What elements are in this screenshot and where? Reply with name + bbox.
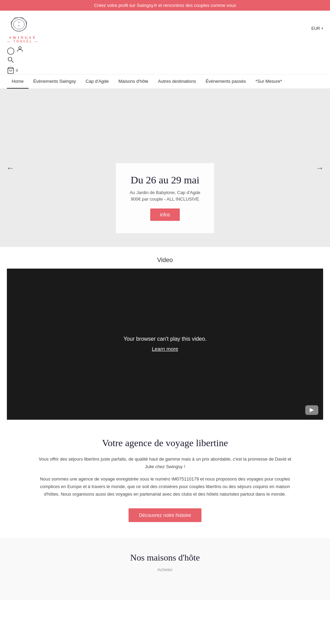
user-svg-icon [16, 45, 24, 53]
video-player: Your browser can't play this video. Lear… [7, 269, 323, 420]
youtube-icon[interactable] [305, 405, 318, 415]
nav-home[interactable]: Home [7, 75, 29, 89]
nav-sur-mesure[interactable]: *Sur Mesure* [251, 75, 287, 89]
header-icons: ◯ 0 [7, 45, 24, 74]
logo-area[interactable]: S Y SwingsY — TRAVEL — [7, 15, 39, 43]
nav-evenements-passes[interactable]: Événements passés [201, 75, 251, 89]
main-nav: Home Événements Swingsy Cap d'Agde Maiso… [0, 75, 330, 89]
svg-point-4 [19, 47, 21, 49]
nav-maisons-hote[interactable]: Maisons d'hôte [114, 75, 153, 89]
slider-prev-button[interactable]: ← [3, 160, 17, 176]
agency-paragraph-1: Vous offrir des séjours libertins juste … [34, 455, 296, 471]
svg-line-6 [12, 61, 14, 63]
slider-next-button[interactable]: → [313, 160, 327, 176]
user-icon[interactable]: ◯ [7, 45, 24, 55]
slider-card: Du 26 au 29 mai Au Jardin de Babylone, C… [116, 163, 214, 233]
cart-icon [7, 67, 14, 74]
slider-price: 900€ par couple - ALL INCLUSIVE [130, 196, 200, 202]
maisons-acheter-link[interactable]: Acheter [157, 567, 173, 572]
currency-label: EUR [311, 26, 320, 31]
chevron-down-icon: ▾ [321, 26, 323, 30]
video-learn-more-link[interactable]: Learn more [152, 346, 178, 352]
maisons-section: Nos maisons d'hôte Acheter [0, 539, 330, 600]
maisons-content-placeholder [7, 573, 323, 593]
svg-text:Y: Y [18, 24, 20, 27]
discover-history-button[interactable]: Découvrez notre histoire [129, 508, 201, 522]
video-section: Video Your browser can't play this video… [0, 247, 330, 420]
slider-infos-button[interactable]: infos [150, 208, 180, 221]
nav-evenements-swingsy[interactable]: Événements Swingsy [29, 75, 81, 89]
logo-emblem-icon: S Y [7, 15, 31, 35]
agency-section: Votre agence de voyage libertine Vous of… [0, 420, 330, 539]
top-banner-text: Créez votre profil sur Swingsy.fr et ren… [94, 3, 236, 8]
search-svg-icon [7, 56, 14, 64]
youtube-play-icon [310, 408, 314, 412]
header: S Y SwingsY — TRAVEL — EUR ▾ ◯ [0, 11, 330, 75]
maisons-title: Nos maisons d'hôte [7, 553, 323, 563]
currency-selector[interactable]: EUR ▾ [311, 26, 323, 31]
video-title: Video [7, 257, 323, 264]
nav-cap-dagde[interactable]: Cap d'Agde [81, 75, 114, 89]
cart-area[interactable]: 0 [7, 67, 24, 74]
cart-count: 0 [16, 68, 18, 73]
svg-text:S: S [18, 21, 20, 24]
brand-name: SwingsY — TRAVEL — [7, 35, 39, 43]
header-right: EUR ▾ [311, 26, 323, 32]
agency-paragraph-2: Nous sommes une agence de voyage enregis… [34, 475, 296, 498]
top-banner: Créez votre profil sur Swingsy.fr et ren… [0, 0, 330, 11]
video-browser-message: Your browser can't play this video. Lear… [123, 334, 207, 354]
svg-point-5 [8, 57, 12, 61]
agency-title: Votre agence de voyage libertine [34, 438, 296, 449]
search-icon[interactable] [7, 56, 24, 65]
slider-section: ← Du 26 au 29 mai Au Jardin de Babylone,… [0, 89, 330, 247]
slider-location: Au Jardin de Babylone, Cap d'Agde [130, 190, 200, 195]
nav-autres-destinations[interactable]: Autres destinations [153, 75, 201, 89]
slider-date: Du 26 au 29 mai [130, 174, 200, 186]
